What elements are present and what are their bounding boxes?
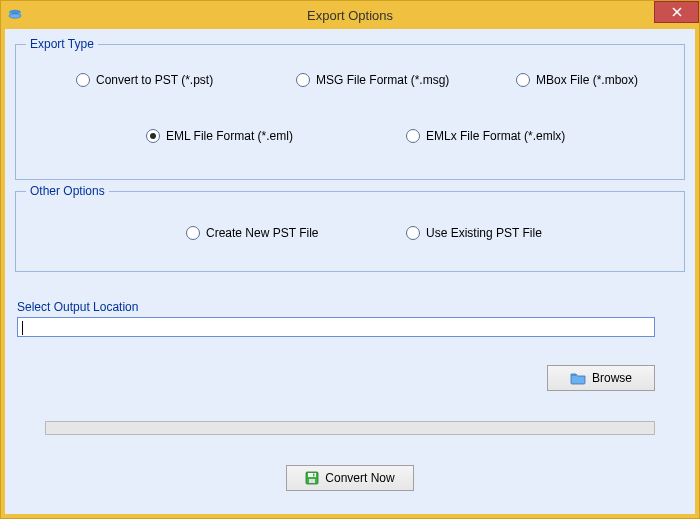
window-title: Export Options xyxy=(1,8,699,23)
radio-icon xyxy=(516,73,530,87)
other-options-group: Other Options Create New PST File Use Ex… xyxy=(15,184,685,272)
radio-label: EML File Format (*.eml) xyxy=(166,129,293,143)
export-options-window: Export Options Export Type Convert to PS… xyxy=(0,0,700,519)
radio-label: EMLx File Format (*.emlx) xyxy=(426,129,565,143)
close-button[interactable] xyxy=(654,1,699,23)
export-type-group: Export Type Convert to PST (*.pst) MSG F… xyxy=(15,37,685,180)
progress-bar xyxy=(45,421,655,435)
radio-icon xyxy=(186,226,200,240)
convert-label: Convert Now xyxy=(325,471,394,485)
radio-icon xyxy=(76,73,90,87)
convert-now-button[interactable]: Convert Now xyxy=(286,465,413,491)
radio-icon xyxy=(146,129,160,143)
radio-use-existing-pst[interactable]: Use Existing PST File xyxy=(406,226,542,240)
radio-create-new-pst[interactable]: Create New PST File xyxy=(186,226,318,240)
svg-rect-7 xyxy=(309,479,315,483)
radio-label: Convert to PST (*.pst) xyxy=(96,73,213,87)
close-icon xyxy=(672,7,682,17)
browse-label: Browse xyxy=(592,371,632,385)
radio-label: MSG File Format (*.msg) xyxy=(316,73,449,87)
client-area: Export Type Convert to PST (*.pst) MSG F… xyxy=(5,29,695,514)
output-location-label: Select Output Location xyxy=(17,300,695,314)
folder-icon xyxy=(570,371,586,385)
radio-msg-format[interactable]: MSG File Format (*.msg) xyxy=(296,73,449,87)
browse-button[interactable]: Browse xyxy=(547,365,655,391)
radio-convert-to-pst[interactable]: Convert to PST (*.pst) xyxy=(76,73,213,87)
radio-label: Use Existing PST File xyxy=(426,226,542,240)
svg-rect-8 xyxy=(313,474,315,477)
radio-icon xyxy=(406,129,420,143)
app-icon xyxy=(7,7,23,23)
radio-eml-format[interactable]: EML File Format (*.eml) xyxy=(146,129,293,143)
export-type-legend: Export Type xyxy=(26,37,98,51)
svg-rect-4 xyxy=(571,374,576,376)
radio-emlx-format[interactable]: EMLx File Format (*.emlx) xyxy=(406,129,565,143)
save-icon xyxy=(305,471,319,485)
radio-icon xyxy=(406,226,420,240)
radio-label: MBox File (*.mbox) xyxy=(536,73,638,87)
titlebar: Export Options xyxy=(1,1,699,29)
radio-icon xyxy=(296,73,310,87)
radio-label: Create New PST File xyxy=(206,226,318,240)
svg-rect-6 xyxy=(308,473,316,477)
output-location-input[interactable] xyxy=(17,317,655,337)
radio-mbox-file[interactable]: MBox File (*.mbox) xyxy=(516,73,638,87)
other-options-legend: Other Options xyxy=(26,184,109,198)
